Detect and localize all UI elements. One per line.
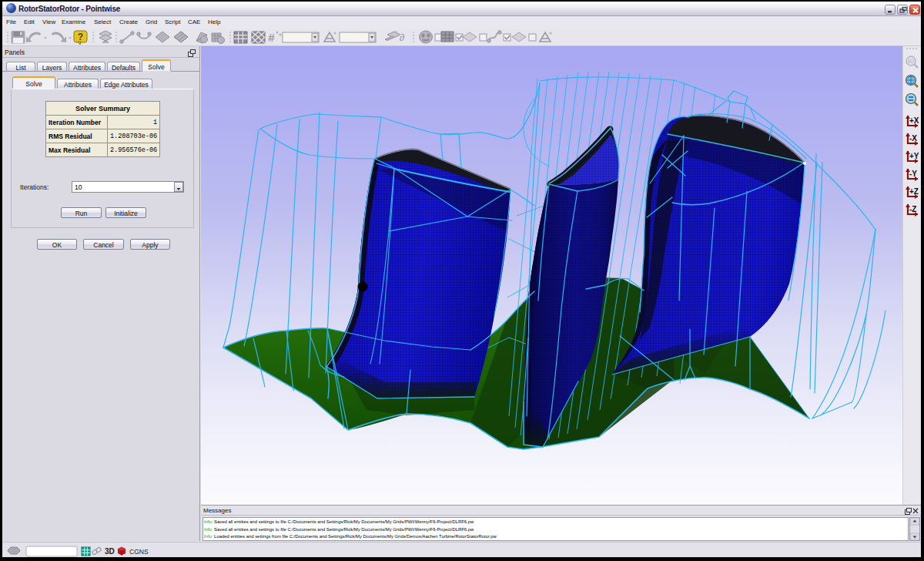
svg-text:+Y: +Y bbox=[909, 152, 919, 160]
svg-text:80: 80 bbox=[908, 59, 914, 64]
svg-text:?: ? bbox=[78, 32, 83, 42]
svg-text:-Z: -Z bbox=[909, 205, 916, 213]
svg-text:-X: -X bbox=[909, 134, 917, 143]
svg-text:∂: ∂ bbox=[400, 32, 404, 43]
svg-text:3D: 3D bbox=[105, 547, 115, 556]
svg-text:CGNS: CGNS bbox=[129, 548, 149, 556]
svg-text:+Z: +Z bbox=[909, 187, 919, 196]
svg-text:+X: +X bbox=[909, 116, 919, 125]
svg-text:-Y: -Y bbox=[909, 170, 917, 178]
svg-text:#: # bbox=[268, 31, 275, 44]
